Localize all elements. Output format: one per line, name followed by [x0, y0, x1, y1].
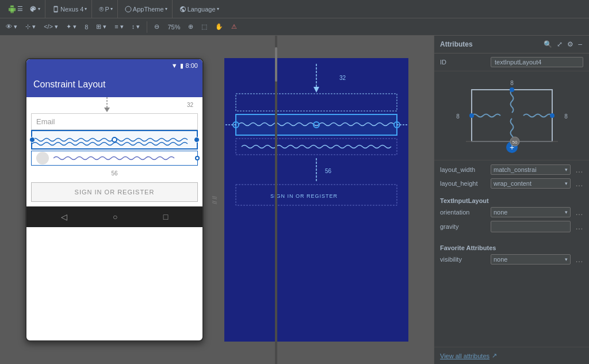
right-dim-label: 8: [564, 113, 568, 120]
email-placeholder: Email: [36, 117, 55, 126]
layout-width-more[interactable]: …: [575, 165, 583, 174]
email-field[interactable]: Email: [31, 113, 198, 130]
handle-right[interactable]: [194, 137, 200, 143]
fit-btn[interactable]: ⬚: [199, 22, 209, 32]
blueprint-svg: 32: [224, 58, 408, 340]
sign-in-label: SIGN IN OR REGISTER: [75, 189, 155, 196]
phone-app-title: Constraint Layout: [33, 79, 105, 90]
id-value-input[interactable]: [491, 57, 583, 67]
text-input-layout-section: TextInputLayout orientation none ▾ … gra…: [434, 193, 589, 236]
separator-1: [147, 21, 147, 33]
recent-nav-btn[interactable]: □: [163, 212, 168, 221]
top-constraint-area: 32: [26, 97, 202, 113]
wand-btn[interactable]: ✦ ▾: [64, 22, 79, 32]
visibility-select[interactable]: none ▾: [491, 254, 571, 265]
phone-btn[interactable]: Nexus 4 ▾: [50, 4, 89, 14]
divider-text: // //: [208, 58, 220, 342]
gravity-row: gravity …: [440, 219, 583, 234]
warn-btn[interactable]: ⚠: [229, 22, 239, 32]
visibility-chevron: ▾: [565, 256, 568, 262]
api-value: P: [105, 6, 109, 13]
palette-chevron: ▾: [38, 6, 40, 12]
attrs-panel-header: Attributes 🔍 ⤢ ⚙ –: [434, 36, 589, 53]
handle-center[interactable]: [112, 137, 117, 143]
password-icon: [36, 152, 49, 164]
layout-height-more[interactable]: …: [575, 179, 583, 188]
palette-btn[interactable]: ▾: [27, 4, 43, 14]
theme-btn[interactable]: AppTheme ▾: [123, 5, 170, 14]
layout-height-select[interactable]: wrap_content ▾: [491, 178, 571, 189]
top-label: 32: [339, 75, 346, 81]
view-all-attrs-link[interactable]: View all attributes ↗: [434, 347, 589, 364]
text-input-layout-title: TextInputLayout: [440, 195, 583, 205]
top-toolbar: ☰ ▾ Nexus 4 ▾ ® P ▾ AppTheme ▾ Language: [0, 0, 589, 18]
constraint-diagram-svg: 8 8 8 +: [449, 78, 575, 153]
attrs-panel-title: Attributes: [440, 40, 473, 48]
svg-text:50: 50: [512, 140, 517, 145]
zoom-in-btn[interactable]: ⊕: [186, 22, 196, 32]
attributes-panel: Attributes 🔍 ⤢ ⚙ – ID 8 8 8: [434, 36, 589, 364]
second-toolbar: 👁 ▾ ⊹ ▾ </> ▾ ✦ ▾ 8 ⊞ ▾ ≡ ▾ ↕ ▾ ⊖ 75% ⊕ …: [0, 18, 589, 36]
gravity-label: gravity: [440, 223, 486, 230]
device-selector-group: ☰ ▾: [3, 0, 45, 18]
selected-text-input-layout[interactable]: [31, 130, 198, 150]
canvas-area[interactable]: ▼ ▮ 8:00 Constraint Layout: [0, 36, 434, 364]
layout-height-chevron: ▾: [565, 181, 568, 186]
pan-btn[interactable]: ✋: [213, 22, 225, 32]
zoom-out-btn[interactable]: ⊖: [152, 22, 162, 32]
android-icon-btn[interactable]: ☰: [6, 4, 25, 14]
language-group: Language ▾: [175, 0, 224, 18]
view-all-attrs-text[interactable]: View all attributes: [440, 352, 489, 359]
orientation-chevron: ▾: [565, 209, 568, 215]
gravity-input[interactable]: [491, 221, 571, 232]
top-constraint-svg: [26, 97, 188, 113]
home-nav-btn[interactable]: ○: [113, 212, 117, 221]
zoom-level: 75%: [165, 24, 182, 30]
scroll-thumb[interactable]: [275, 47, 277, 82]
back-nav-btn[interactable]: ◁: [61, 212, 67, 221]
status-icons: ▼ ▮ 8:00: [171, 62, 198, 70]
layout-height-value: wrap_content: [494, 180, 531, 187]
device-label: Nexus 4: [60, 6, 83, 13]
svg-point-19: [510, 87, 514, 92]
grid-btn[interactable]: ⊞ ▾: [94, 22, 109, 32]
height-btn[interactable]: ↕ ▾: [129, 22, 143, 32]
gravity-more[interactable]: …: [575, 222, 583, 231]
visibility-value: none: [494, 256, 507, 263]
phone-app-header: Constraint Layout: [26, 72, 202, 97]
api-btn[interactable]: ® P ▾: [97, 5, 114, 14]
favorite-attrs-section: Favorite Attributes visibility none ▾ …: [434, 240, 589, 269]
canvas-scrollbar[interactable]: [275, 36, 277, 364]
main-area: ▼ ▮ 8:00 Constraint Layout: [0, 36, 589, 364]
layout-width-chevron: ▾: [565, 167, 568, 173]
orientation-more[interactable]: …: [575, 208, 583, 217]
code-btn[interactable]: </> ▾: [41, 22, 60, 32]
svg-marker-2: [104, 108, 110, 112]
left-dim-label: 8: [456, 113, 460, 120]
language-btn[interactable]: Language ▾: [177, 5, 221, 14]
visibility-label: visibility: [440, 256, 486, 263]
layout-width-label: layout_width: [440, 166, 486, 173]
attrs-expand-btn[interactable]: ⤢: [556, 39, 564, 49]
visibility-more[interactable]: …: [575, 255, 583, 264]
favorite-attrs-title: Favorite Attributes: [440, 242, 583, 252]
handle-right-2[interactable]: [195, 156, 200, 160]
orientation-select[interactable]: none ▾: [491, 207, 571, 217]
orientation-value: none: [494, 209, 507, 216]
menu-btn[interactable]: ☰: [17, 5, 23, 13]
sign-in-button[interactable]: SIGN IN OR REGISTER: [31, 182, 198, 202]
attrs-close-btn[interactable]: –: [577, 39, 583, 49]
wifi-icon: ▼: [171, 62, 178, 69]
theme-group: AppTheme ▾: [120, 0, 173, 18]
svg-text:SIGN IN OR REGISTER: SIGN IN OR REGISTER: [270, 193, 338, 199]
handle-left[interactable]: [29, 137, 35, 143]
eye-btn[interactable]: 👁 ▾: [3, 22, 20, 32]
id-label: ID: [440, 59, 486, 66]
align-btn[interactable]: ≡ ▾: [112, 22, 125, 32]
cursor-btn[interactable]: ⊹ ▾: [23, 22, 38, 32]
layout-height-row: layout_height wrap_content ▾ …: [440, 177, 583, 190]
layout-width-select[interactable]: match_constrai ▾: [491, 164, 571, 175]
id-attribute-row: ID: [434, 53, 589, 71]
attrs-settings-btn[interactable]: ⚙: [566, 39, 575, 49]
attrs-search-btn[interactable]: 🔍: [542, 39, 553, 49]
